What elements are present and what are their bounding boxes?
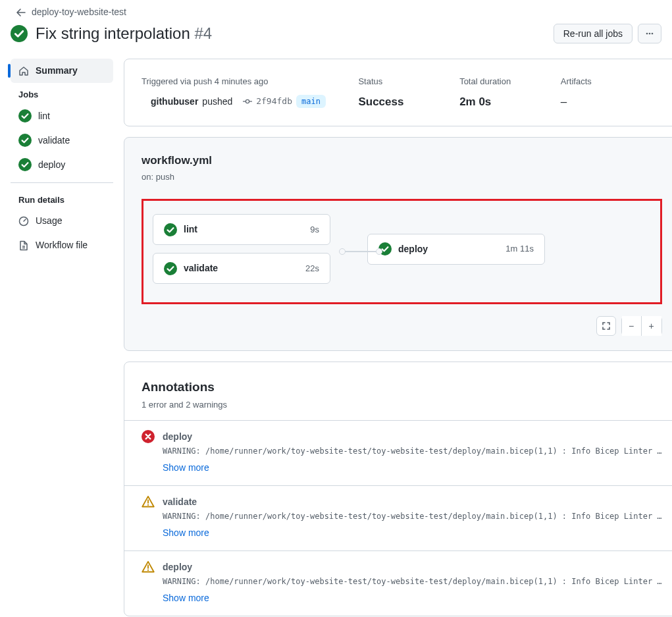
sidebar-item-job-validate[interactable]: validate <box>11 128 113 153</box>
actor-name[interactable]: githubuser <box>151 95 198 109</box>
duration-value[interactable]: 2m 0s <box>459 95 491 108</box>
annotation-job: validate <box>163 495 662 509</box>
warning-icon <box>142 495 155 508</box>
workflow-graph: lint 9s validate 22s <box>142 199 662 304</box>
file-icon <box>18 240 29 251</box>
sidebar-item-job-deploy[interactable]: deploy <box>11 153 113 177</box>
job-name: validate <box>184 261 218 275</box>
page-title: Fix string interpolation #4 <box>11 22 212 45</box>
job-name: lint <box>184 223 197 236</box>
sidebar-item-usage[interactable]: Usage <box>11 209 113 233</box>
job-time: 9s <box>310 223 319 236</box>
branch-tag[interactable]: main <box>296 95 326 108</box>
zoom-out-button[interactable]: − <box>622 316 642 336</box>
warning-icon <box>142 560 155 574</box>
run-number: #4 <box>194 24 212 42</box>
duration-label: Total duration <box>459 75 561 88</box>
sidebar-item-label: validate <box>38 134 70 148</box>
check-circle-icon <box>18 109 32 122</box>
artifacts-label: Artifacts <box>561 75 662 88</box>
run-title: Fix string interpolation <box>36 24 190 42</box>
workflow-trigger: on: push <box>142 171 662 184</box>
annotation-item: validate WARNING: /home/runner/work/toy-… <box>124 485 672 550</box>
check-circle-icon <box>164 223 177 236</box>
job-time: 22s <box>305 262 319 275</box>
breadcrumb[interactable]: deploy-toy-website-test <box>16 5 661 19</box>
rerun-all-button[interactable]: Re-run all jobs <box>554 24 633 43</box>
sidebar-item-label: lint <box>38 109 50 123</box>
job-time: 1m 11s <box>505 242 534 255</box>
run-details-heading: Run details <box>11 188 113 209</box>
show-more-link[interactable]: Show more <box>163 591 209 605</box>
annotation-message: WARNING: /home/runner/work/toy-website-t… <box>163 576 662 587</box>
artifacts-value: – <box>561 94 662 111</box>
sidebar-item-job-lint[interactable]: lint <box>11 104 113 128</box>
more-actions-button[interactable] <box>638 24 661 43</box>
sidebar-item-label: deploy <box>38 158 65 172</box>
check-circle-icon <box>164 262 177 275</box>
zoom-in-button[interactable]: + <box>642 316 661 336</box>
job-node-deploy[interactable]: deploy 1m 11s <box>367 234 545 265</box>
home-icon <box>18 66 29 76</box>
status-label: Status <box>358 75 459 88</box>
sidebar-item-label: Summary <box>36 64 78 78</box>
check-circle-icon <box>18 134 32 147</box>
annotation-job: deploy <box>163 560 662 574</box>
status-value: Success <box>358 95 403 108</box>
sidebar-item-label: Workflow file <box>36 238 88 252</box>
commit-icon <box>243 97 252 106</box>
job-node-lint[interactable]: lint 9s <box>153 214 330 245</box>
x-circle-icon <box>142 430 155 443</box>
job-name: deploy <box>398 242 428 256</box>
show-more-link[interactable]: Show more <box>163 461 209 475</box>
annotation-message: WARNING: /home/runner/work/toy-website-t… <box>163 445 662 457</box>
show-more-link[interactable]: Show more <box>163 526 209 540</box>
action-text: pushed <box>202 95 232 109</box>
annotations-title: Annotations <box>142 378 662 397</box>
annotations-summary: 1 error and 2 warnings <box>142 398 662 412</box>
sidebar-item-summary[interactable]: Summary <box>11 59 113 83</box>
back-link[interactable]: deploy-toy-website-test <box>32 5 126 19</box>
check-circle-icon <box>11 25 28 42</box>
fullscreen-icon <box>601 321 611 331</box>
arrow-left-icon <box>16 7 26 18</box>
sidebar-item-workflow-file[interactable]: Workflow file <box>11 233 113 257</box>
meter-icon <box>18 216 29 227</box>
annotation-item: deploy WARNING: /home/runner/work/toy-we… <box>124 420 672 485</box>
job-node-validate[interactable]: validate 22s <box>153 253 330 284</box>
annotation-item: deploy WARNING: /home/runner/work/toy-we… <box>124 550 672 616</box>
commit-sha[interactable]: 2f94fdb <box>256 95 292 108</box>
graph-connector <box>342 251 379 252</box>
trigger-text: Triggered via push 4 minutes ago <box>142 75 358 88</box>
workflow-file-name: workflow.yml <box>142 152 662 169</box>
jobs-heading: Jobs <box>11 83 113 104</box>
check-circle-icon <box>18 158 32 171</box>
kebab-icon <box>644 28 655 39</box>
annotation-message: WARNING: /home/runner/work/toy-website-t… <box>163 510 662 522</box>
sidebar-item-label: Usage <box>36 214 62 228</box>
fullscreen-button[interactable] <box>596 316 616 336</box>
annotation-job: deploy <box>163 430 662 444</box>
